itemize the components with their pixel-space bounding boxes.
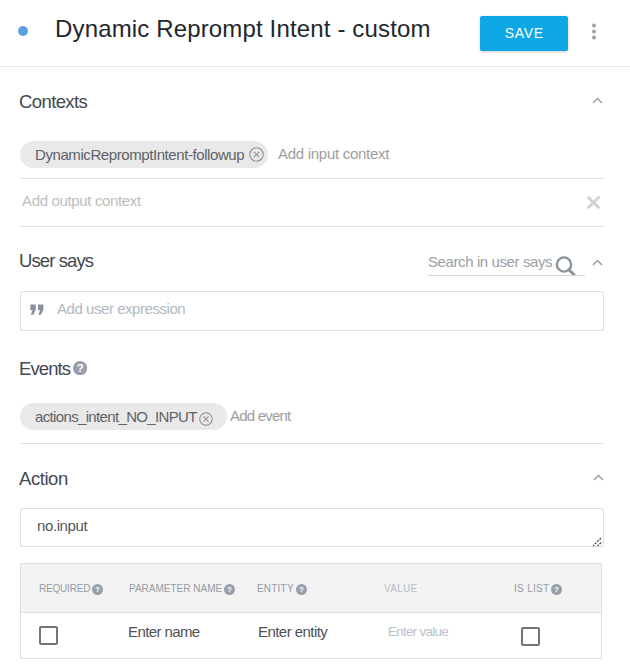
svg-text:?: ?	[299, 585, 304, 594]
svg-text:?: ?	[554, 585, 559, 594]
svg-text:?: ?	[227, 585, 232, 594]
svg-text:?: ?	[77, 362, 84, 374]
svg-text:?: ?	[95, 585, 100, 594]
